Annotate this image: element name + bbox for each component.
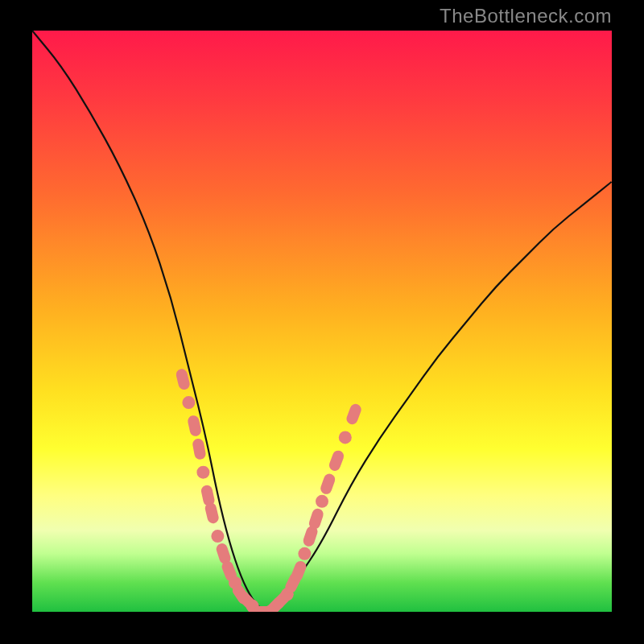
curve-marker — [175, 368, 191, 391]
curve-marker — [283, 571, 303, 595]
chart-container: TheBottleneck.com — [0, 0, 644, 644]
curve-marker — [264, 595, 287, 612]
curve-marker — [319, 473, 336, 496]
curve-marker — [196, 466, 209, 479]
curve-marker — [246, 600, 259, 612]
watermark-label: TheBottleneck.com — [440, 5, 612, 27]
marker-group — [175, 368, 362, 612]
curve-marker — [220, 559, 238, 583]
curve-marker — [187, 415, 202, 437]
curve-marker — [339, 431, 352, 444]
curve-marker — [246, 602, 270, 612]
curve-marker — [308, 507, 324, 530]
curve-marker — [316, 495, 328, 508]
curve-marker — [192, 438, 207, 460]
curve-marker — [302, 525, 319, 548]
curve-marker — [281, 588, 294, 601]
curve-marker — [230, 583, 251, 606]
curve-marker — [270, 588, 292, 611]
curve-marker — [345, 402, 362, 426]
curve-marker — [235, 588, 258, 611]
curve-marker — [200, 484, 216, 506]
curve-marker — [229, 576, 242, 589]
curve-marker — [290, 559, 308, 583]
curve-marker — [182, 396, 195, 409]
curve-marker — [328, 449, 345, 473]
curve-marker — [211, 530, 224, 543]
plot-area — [32, 31, 612, 612]
curve-marker — [215, 542, 232, 565]
bottleneck-curve — [32, 31, 612, 609]
curve-marker — [263, 605, 276, 612]
curve-marker — [298, 547, 311, 560]
curve-marker — [204, 502, 220, 525]
curve-layer — [32, 31, 612, 612]
curve-marker — [254, 606, 275, 612]
